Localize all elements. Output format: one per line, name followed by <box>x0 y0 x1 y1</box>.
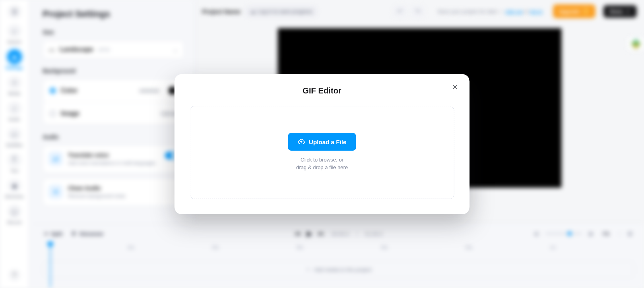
record-icon: ▢ <box>8 205 21 218</box>
aspect-ratio-value: Landscape <box>60 46 93 53</box>
aspect-ratio-select[interactable]: ▭ Landscape (16:9) ⌄ <box>43 40 184 59</box>
undo-button[interactable]: ↶ <box>393 5 407 17</box>
settings-title: Project Settings <box>43 9 184 19</box>
play-button[interactable]: ▶ <box>307 229 312 238</box>
upload-dropzone[interactable]: Upload a File Click to browse, or drag &… <box>190 106 454 199</box>
playhead[interactable] <box>50 245 51 288</box>
sidebar-item-subtitles[interactable]: ▭ Subtitles <box>2 127 27 147</box>
sidebar-item-label: Media <box>8 91 21 96</box>
skip-forward-button[interactable]: ⏭ <box>318 230 324 237</box>
chevron-down-icon: ⌄ <box>173 46 178 54</box>
help-button[interactable]: ? <box>9 269 20 281</box>
zoom-in-button[interactable]: ⊕ <box>588 230 593 238</box>
ruler-mark <box>43 245 127 257</box>
ruler-mark: 20s <box>212 245 296 257</box>
login-hint-text: Log in to save progress <box>258 8 312 15</box>
split-label: Split <box>51 231 62 237</box>
zoom-out-button[interactable]: ⊖ <box>534 230 539 238</box>
media-icon: ＋ <box>8 76 21 89</box>
sidebar-item-audio[interactable]: ♪ Audio <box>2 102 27 122</box>
modal-close-button[interactable] <box>450 81 461 93</box>
sidebar-item-settings[interactable]: ◉ Settings <box>2 50 27 70</box>
audio-icon: ♪ <box>8 102 21 115</box>
project-name[interactable]: Project Name <box>202 8 241 15</box>
sidebar-item-record[interactable]: ▢ Record <box>2 205 27 225</box>
translate-title: Translate voice <box>68 152 159 158</box>
aspect-ratio-tag: (16:9) <box>98 47 110 52</box>
bg-color-value: #000000 <box>139 88 159 94</box>
close-icon <box>452 84 458 90</box>
search-icon: ⌕ <box>8 24 21 38</box>
login-hint-chip[interactable]: ☁ Log in to save progress <box>246 6 317 17</box>
skip-back-button[interactable]: ⏮ <box>295 230 301 237</box>
menu-icon: ☰ <box>8 5 21 19</box>
sidebar-item-label: Text <box>10 168 18 173</box>
add-media-label: Add media to this project <box>314 267 372 273</box>
split-button[interactable]: ✂ Split <box>44 231 62 237</box>
background-color-option[interactable]: Color #000000 <box>43 79 184 102</box>
redo-button[interactable]: ↷ <box>411 5 425 17</box>
clean-audio-card[interactable]: ✦ Clean Audio Remove background noise <box>43 178 184 206</box>
sidebar-item-label: Elements <box>5 194 24 199</box>
ruler-mark: 50s <box>465 245 550 257</box>
text-icon: T <box>8 153 21 167</box>
stack-icon <box>631 39 641 49</box>
background-section-label: Background <box>43 68 184 74</box>
fit-button[interactable]: Fit <box>600 229 613 238</box>
bolt-icon: ⚡ <box>582 8 590 15</box>
sidebar-item-label: Search <box>7 39 21 44</box>
elements-icon: ◆ <box>8 179 21 193</box>
bg-color-label: Color <box>61 87 78 94</box>
sidebar-item-search[interactable]: ⌕ Search <box>2 24 27 44</box>
top-header: Project Name ☁ Log in to save progress ↶… <box>195 0 644 23</box>
time-separator: / <box>356 231 358 237</box>
radio-checked-icon <box>50 87 56 94</box>
total-time: 01:00.0 <box>365 231 382 237</box>
sidebar-item-media[interactable]: ＋ Media <box>2 76 27 96</box>
sidebar-item-elements[interactable]: ◆ Elements <box>2 179 27 199</box>
sidebar-item-label: Audio <box>8 117 20 122</box>
upgrade-button[interactable]: Upgrade ⚡ <box>553 4 595 18</box>
translate-voice-card[interactable]: ⇄ Translate voice Add voice translations… <box>43 145 184 173</box>
right-floating-badge[interactable] <box>627 37 644 51</box>
settings-icon: ◉ <box>8 50 21 64</box>
audio-section-label: Audio <box>43 134 184 140</box>
current-time: 00:00.0 <box>332 231 349 237</box>
radio-unchecked-icon <box>50 110 56 117</box>
signup-link[interactable]: sign up <box>506 8 522 15</box>
size-section-label: Size <box>43 29 184 35</box>
clean-audio-title: Clean Audio <box>68 185 178 191</box>
save-hint: Save your project for later — sign up or… <box>438 8 543 15</box>
cloud-icon: ☁ <box>250 8 256 15</box>
dropzone-hint-line1: Click to browse, or <box>296 156 348 164</box>
upload-cloud-icon <box>297 138 305 145</box>
done-button[interactable]: Done ✓ <box>603 5 637 18</box>
voiceover-label: Voiceover <box>79 231 103 237</box>
timeline-ruler[interactable]: 10s 20s 30s 40s 50s 1m <box>43 245 634 257</box>
timeline-settings-button[interactable]: ⚙ <box>627 230 633 238</box>
translate-icon: ⇄ <box>49 152 62 166</box>
zoom-slider[interactable] <box>545 233 582 234</box>
upgrade-label: Upgrade <box>559 8 580 15</box>
left-toolbar: ☰ ⌕ Search ◉ Settings ＋ Media ♪ Audio ▭ … <box>0 0 29 288</box>
sidebar-item-label: Settings <box>6 65 23 70</box>
background-image-option[interactable]: Image Upload <box>43 102 184 124</box>
mic-icon: 🎙 <box>71 231 76 237</box>
timeline-panel: ✂ Split 🎙 Voiceover ⏮ ▶ ⏭ 00:00.0 / 01:0… <box>33 224 644 288</box>
background-options: Color #000000 Image Upload <box>43 79 184 125</box>
ruler-mark: 1m <box>550 245 634 257</box>
translate-desc: Add voice translations in multi-language… <box>68 160 159 166</box>
voiceover-button[interactable]: 🎙 Voiceover <box>71 231 103 237</box>
sidebar-item-menu[interactable]: ☰ <box>2 5 27 19</box>
scissors-icon: ✂ <box>44 231 49 237</box>
plus-icon: ＋ <box>305 266 311 273</box>
login-link[interactable]: log in <box>530 8 543 15</box>
gif-editor-modal: GIF Editor Upload a File Click to browse… <box>175 74 470 214</box>
sidebar-item-text[interactable]: T Text <box>2 153 27 173</box>
upload-file-button[interactable]: Upload a File <box>288 133 356 151</box>
zoom-handle[interactable] <box>566 230 573 237</box>
save-hint-prefix: Save your project for later — <box>438 8 506 15</box>
add-media-track[interactable]: ＋ Add media to this project <box>43 261 634 278</box>
ruler-mark: 30s <box>296 245 381 257</box>
landscape-icon: ▭ <box>49 46 55 54</box>
